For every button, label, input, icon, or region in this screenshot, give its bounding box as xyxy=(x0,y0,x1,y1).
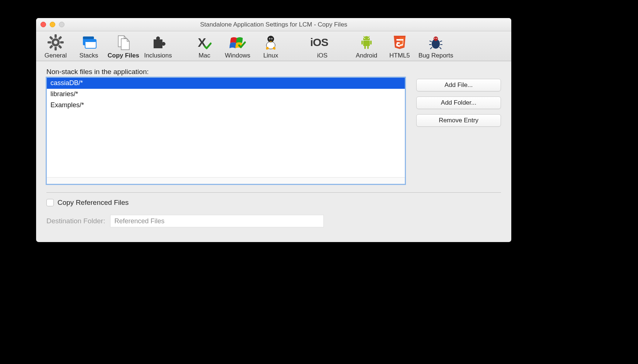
svg-point-9 xyxy=(54,41,57,44)
svg-rect-4 xyxy=(60,41,64,43)
svg-rect-29 xyxy=(364,46,366,49)
windows-icon xyxy=(229,34,246,51)
destination-folder-input xyxy=(110,215,324,227)
tab-windows-label: Windows xyxy=(225,52,250,59)
list-item[interactable]: cassiaDB/* xyxy=(47,78,405,89)
nonstack-files-label: Non-stack files in the application: xyxy=(46,68,501,76)
ios-icon: iOS xyxy=(310,34,334,51)
svg-rect-2 xyxy=(55,47,57,50)
tab-bug-reports[interactable]: Bug Reports xyxy=(416,34,456,59)
window-controls xyxy=(41,22,64,27)
tab-general[interactable]: General xyxy=(39,34,72,59)
tab-general-label: General xyxy=(45,52,67,59)
svg-point-23 xyxy=(368,38,369,39)
html5-icon xyxy=(392,34,407,51)
stacks-icon xyxy=(80,34,98,51)
svg-point-32 xyxy=(434,36,438,41)
tab-android-label: Android xyxy=(356,52,378,59)
content-area: Non-stack files in the application: cass… xyxy=(36,61,511,242)
svg-rect-30 xyxy=(367,46,369,49)
add-file-button[interactable]: Add File... xyxy=(416,79,501,91)
remove-entry-button[interactable]: Remove Entry xyxy=(416,114,501,127)
tab-html5-label: HTML5 xyxy=(389,52,410,59)
divider xyxy=(46,192,501,193)
tab-ios[interactable]: iOS iOS xyxy=(306,34,339,59)
puzzle-icon xyxy=(150,34,166,51)
tab-linux[interactable]: Linux xyxy=(254,34,287,59)
titlebar: Standalone Application Settings for LCM … xyxy=(36,18,511,31)
svg-rect-26 xyxy=(363,41,370,46)
tab-bug-reports-label: Bug Reports xyxy=(418,52,453,59)
svg-point-20 xyxy=(271,38,272,39)
svg-text:iOS: iOS xyxy=(310,36,328,48)
close-icon[interactable] xyxy=(41,22,46,27)
minimize-icon[interactable] xyxy=(50,22,55,27)
zoom-icon[interactable] xyxy=(59,22,64,27)
svg-rect-27 xyxy=(361,41,363,45)
destination-folder-label: Destination Folder: xyxy=(46,217,105,225)
tab-inclusions-label: Inclusions xyxy=(144,52,172,59)
svg-rect-11 xyxy=(83,36,94,39)
svg-point-33 xyxy=(434,38,435,39)
copy-referenced-files-checkbox[interactable] xyxy=(46,199,54,206)
svg-point-34 xyxy=(436,38,437,39)
toolbar: General Stacks xyxy=(36,31,511,61)
tab-mac[interactable]: X Mac xyxy=(188,34,221,59)
tab-windows[interactable]: Windows xyxy=(221,34,254,59)
svg-point-22 xyxy=(364,38,365,39)
add-folder-button[interactable]: Add Folder... xyxy=(416,97,501,109)
tab-copy-files-label: Copy Files xyxy=(108,52,139,59)
tab-copy-files[interactable]: Copy Files xyxy=(105,34,141,59)
list-item[interactable]: libraries/* xyxy=(47,89,405,100)
tab-stacks-label: Stacks xyxy=(79,52,98,59)
svg-rect-5 xyxy=(58,36,62,40)
svg-rect-7 xyxy=(49,36,53,40)
list-item[interactable]: Examples/* xyxy=(47,100,405,111)
bug-icon xyxy=(428,34,444,51)
mac-icon: X xyxy=(196,34,213,51)
tab-linux-label: Linux xyxy=(263,52,278,59)
gear-icon xyxy=(48,34,64,51)
tab-mac-label: Mac xyxy=(199,52,210,59)
svg-rect-3 xyxy=(48,41,51,43)
app-window: Standalone Application Settings for LCM … xyxy=(36,18,511,242)
svg-rect-1 xyxy=(55,34,57,38)
android-icon xyxy=(358,34,375,51)
tab-stacks[interactable]: Stacks xyxy=(72,34,105,59)
svg-rect-8 xyxy=(58,45,62,49)
window-title: Standalone Application Settings for LCM … xyxy=(36,21,511,28)
svg-rect-6 xyxy=(49,45,53,49)
svg-rect-13 xyxy=(85,39,96,42)
linux-icon xyxy=(263,34,279,51)
nonstack-files-list[interactable]: cassiaDB/* libraries/* Examples/* xyxy=(46,77,405,184)
copy-files-icon xyxy=(115,34,132,51)
svg-rect-28 xyxy=(370,41,372,45)
tab-inclusions[interactable]: Inclusions xyxy=(141,34,175,59)
tab-android[interactable]: Android xyxy=(350,34,383,59)
copy-referenced-files-label: Copy Referenced Files xyxy=(57,199,129,207)
svg-point-19 xyxy=(269,38,270,39)
tab-html5[interactable]: HTML5 xyxy=(383,34,416,59)
tab-ios-label: iOS xyxy=(317,52,327,59)
scrollbar-horizontal[interactable] xyxy=(47,177,405,184)
